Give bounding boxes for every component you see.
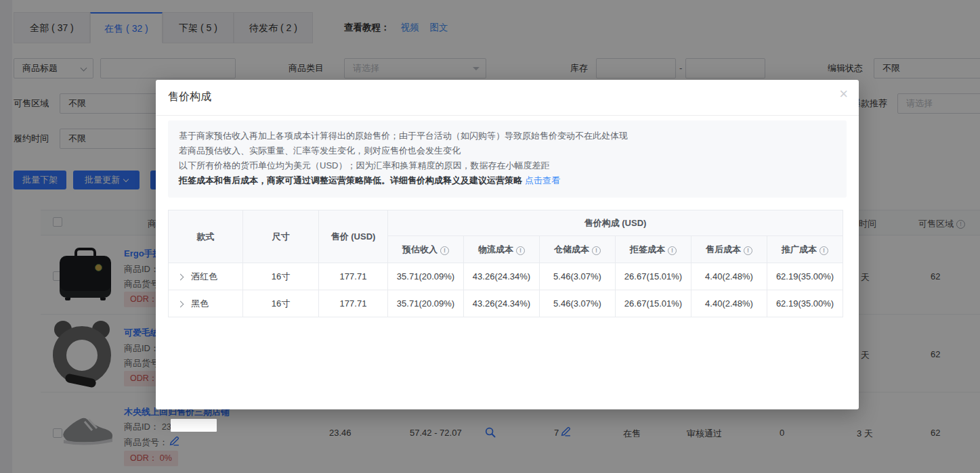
price-composition-modal: 售价构成 × 基于商家预估收入再加上各项成本计算得出的原始售价；由于平台活动（如…	[156, 80, 859, 409]
variant-size: 16寸	[243, 263, 319, 290]
col-price: 售价 (USD)	[319, 210, 388, 263]
col-label: 仓储成本	[554, 244, 589, 254]
variant-style-cell: 黑色	[169, 290, 243, 317]
col-rejection-cost: 拒签成本!	[616, 236, 691, 263]
col-label: 物流成本	[478, 244, 513, 254]
col-estimated-income: 预估收入!	[388, 236, 464, 263]
price-composition-table: 款式 尺寸 售价 (USD) 售价构成 (USD) 预估收入! 物流成本! 仓储…	[168, 210, 843, 317]
estimated-income-value: 35.71(20.09%)	[388, 263, 464, 290]
warehouse-cost-value: 5.46(3.07%)	[540, 290, 616, 317]
col-warehouse-cost: 仓储成本!	[540, 236, 616, 263]
variant-price: 177.71	[319, 290, 388, 317]
info-icon[interactable]: !	[744, 246, 752, 255]
promotion-cost-value: 62.19(35.00%)	[767, 263, 843, 290]
expand-row-icon[interactable]	[177, 273, 184, 280]
col-label: 推广成本	[782, 244, 817, 254]
notice-line: 基于商家预估收入再加上各项成本计算得出的原始售价；由于平台活动（如闪购等）导致原…	[179, 129, 836, 143]
notice-bold-text: 拒签成本和售后成本，商家可通过调整运营策略降低。详细售价构成释义及建议运营策略	[179, 175, 522, 185]
logistics-cost-value: 43.26(24.34%)	[464, 263, 540, 290]
variant-style: 酒红色	[191, 271, 217, 281]
warehouse-cost-value: 5.46(3.07%)	[540, 263, 616, 290]
modal-title: 售价构成	[168, 90, 211, 104]
col-promotion-cost: 推广成本!	[767, 236, 843, 263]
col-size: 尺寸	[243, 210, 319, 263]
modal-notice: 基于商家预估收入再加上各项成本计算得出的原始售价；由于平台活动（如闪购等）导致原…	[168, 120, 847, 198]
info-icon[interactable]: !	[516, 246, 525, 255]
info-icon[interactable]: !	[440, 246, 449, 255]
notice-line-bold: 拒签成本和售后成本，商家可通过调整运营策略降低。详细售价构成释义及建议运营策略点…	[179, 173, 836, 188]
variant-size: 16寸	[243, 290, 319, 317]
rejection-cost-value: 26.67(15.01%)	[616, 263, 691, 290]
logistics-cost-value: 43.26(24.34%)	[464, 290, 540, 317]
variant-style: 黑色	[191, 298, 209, 309]
col-style: 款式	[169, 210, 243, 263]
view-details-link[interactable]: 点击查看	[525, 175, 560, 185]
col-group-composition: 售价构成 (USD)	[388, 210, 843, 236]
aftersale-cost-value: 4.40(2.48%)	[691, 263, 767, 290]
col-aftersale-cost: 售后成本!	[691, 236, 767, 263]
rejection-cost-value: 26.67(15.01%)	[616, 290, 691, 317]
col-label: 拒签成本	[630, 244, 665, 254]
col-label: 售后成本	[706, 244, 741, 254]
estimated-income-value: 35.71(20.09%)	[388, 290, 464, 317]
variant-style-cell: 酒红色	[169, 263, 243, 290]
expand-row-icon[interactable]	[177, 300, 184, 307]
variant-row: 酒红色 16寸 177.71 35.71(20.09%) 43.26(24.34…	[169, 263, 843, 290]
info-icon[interactable]: !	[668, 246, 677, 255]
col-label: 预估收入	[402, 244, 438, 254]
aftersale-cost-value: 4.40(2.48%)	[691, 290, 767, 317]
variant-row: 黑色 16寸 177.71 35.71(20.09%) 43.26(24.34%…	[169, 290, 843, 317]
info-icon[interactable]: !	[592, 246, 601, 255]
modal-divider	[156, 115, 859, 116]
variant-price: 177.71	[319, 263, 388, 290]
info-icon[interactable]: !	[819, 246, 828, 255]
close-icon[interactable]: ×	[839, 87, 848, 102]
col-logistics-cost: 物流成本!	[464, 236, 540, 263]
product-management-page: 全部 ( 37 ) 在售 ( 32 ) 下架 ( 5 ) 待发布 ( 2 ) 查…	[0, 0, 980, 473]
redaction-box	[171, 419, 217, 432]
notice-line: 以下所有价格的货币单位均为美元（USD）；因为汇率和换算精度的原因，数据存在小幅…	[179, 158, 836, 173]
promotion-cost-value: 62.19(35.00%)	[767, 290, 843, 317]
notice-line: 若商品预估收入、实际重量、汇率等发生变化，则对应售价也会发生变化	[179, 143, 836, 158]
